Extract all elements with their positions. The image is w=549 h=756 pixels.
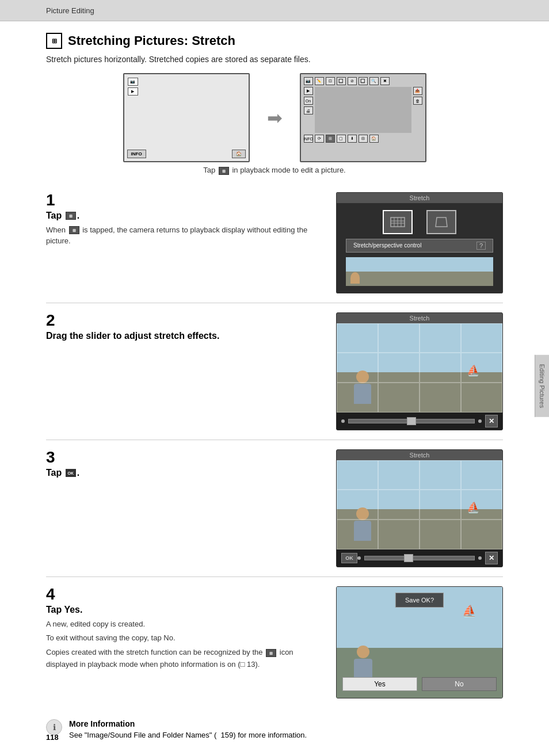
diagram-area: 📷 ▶ INFO 🏠 ➡ 📷 ✏️ ⊡ 🔲 ⊘ 🔲 🔍 ✖ (46, 73, 503, 162)
menu-bot-info: INFO (304, 135, 313, 143)
page-title: Stretching Pictures: Stretch (68, 33, 235, 48)
step-2-number: 2 (46, 312, 325, 329)
step-2-x-button[interactable]: ✕ (485, 415, 498, 427)
menu-icon-5: ⊘ (348, 77, 357, 85)
step-3-slider-row (357, 556, 482, 560)
step-3-screen: Stretch ⊞ ⛵ (336, 449, 503, 567)
save-dialog: Save OK? (395, 593, 444, 608)
step-4-number: 4 (46, 586, 325, 602)
step-4-yes: Yes (64, 605, 80, 614)
diagram-caption: Tap ⊞ in playback mode to edit a picture… (46, 166, 503, 175)
step-3-screen-body: ⊞ ⛵ (337, 460, 502, 549)
step-1-title: Tap ⊞. (46, 211, 325, 221)
menu-side-1: ▶ (304, 87, 313, 95)
step-1-screen-container: Stretch (336, 192, 503, 293)
s3-slider-track[interactable] (364, 556, 475, 560)
slider-row (341, 419, 482, 423)
step-3-x-button[interactable]: ✕ (485, 552, 498, 564)
step-3-screen-bottom: OK ✕ (337, 549, 502, 567)
step-1-inline-icon: ⊞ (69, 226, 79, 234)
step-4-screen: ⛵ Save OK? Yes No (336, 586, 503, 698)
step-1-screen: Stretch (336, 192, 503, 293)
step-1-btn-row (383, 210, 456, 234)
breadcrumb: Picture Editing (46, 6, 94, 15)
menu-icon-search: 🔍 (369, 77, 379, 85)
step-2-screen-title: Stretch (337, 313, 502, 323)
menu-side-3: 🖨 (304, 106, 313, 114)
step-1-label-bar: Stretch/perspective control ? (346, 239, 493, 253)
cam-icon-2: ▶ (128, 87, 138, 96)
step-3-number: 3 (46, 449, 325, 465)
perspective-btn[interactable] (426, 210, 456, 234)
step-4-photo: ⛵ Save OK? Yes No (337, 587, 502, 698)
more-info-text: See "Image/Sound File and Folder Names" … (69, 731, 307, 739)
step-4-screen-container: ⛵ Save OK? Yes No (336, 586, 503, 698)
menu-bot-5: ⬇ (348, 135, 357, 143)
page-title-row: ⊞ Stretching Pictures: Stretch (46, 33, 503, 49)
step-4-row: 4 Tap Yes. A new, edited copy is created… (46, 577, 503, 708)
main-content: ⊞ Stretching Pictures: Stretch Stretch p… (0, 21, 549, 751)
step-3-ok-button[interactable]: OK (341, 553, 357, 563)
cam-icon-1: 📷 (128, 78, 138, 86)
s3-dot-l (357, 556, 361, 560)
no-button[interactable]: No (422, 677, 497, 691)
arrow-right: ➡ (267, 107, 283, 129)
step-4-buttons: Yes No (342, 677, 497, 691)
header-bar: Picture Editing (0, 0, 549, 21)
menu-icon-camera: 📷 (304, 77, 313, 85)
stretch-btn[interactable] (383, 210, 413, 234)
slider-track[interactable] (348, 419, 475, 423)
step-4-desc2: To exit without saving the copy, tap No. (46, 632, 325, 644)
step-4-left: 4 Tap Yes. A new, edited copy is created… (46, 586, 325, 673)
svg-marker-6 (436, 217, 447, 227)
step-3-row: 3 Tap OK. Stretch ⊞ ⛵ (46, 440, 503, 577)
step-2-screen-body: ⊞ ⛵ (337, 323, 502, 413)
step-1-icon: ⊞ (66, 212, 76, 220)
menu-right-2: 🗑 (413, 97, 422, 105)
info-btn: INFO (127, 150, 146, 158)
menu-bot-4: ▢ (337, 135, 346, 143)
menu-right-1: 📤 (413, 87, 422, 95)
side-tab: Editing Pictures (535, 355, 549, 417)
step-1-screen-title: Stretch (337, 193, 502, 203)
yes-button[interactable]: Yes (342, 677, 417, 691)
menu-bot-6: ⊟ (359, 135, 368, 143)
more-info-content: More Information See "Image/Sound File a… (69, 719, 307, 739)
step-2-screen-container: Stretch ⊞ ⛵ (336, 312, 503, 430)
step-4-desc1: A new, edited copy is created. (46, 618, 325, 631)
menu-bot-2: ⟳ (315, 135, 324, 143)
step-3-ok-icon: OK (66, 469, 76, 477)
step-1-screen-body: Stretch/perspective control ? (337, 203, 502, 293)
menu-icon-6: 🔲 (359, 77, 368, 85)
s3-slider-thumb[interactable] (404, 554, 413, 562)
step-2-row: 2 Drag the slider to adjust stretch effe… (46, 303, 503, 440)
step-3-screen-container: Stretch ⊞ ⛵ (336, 449, 503, 567)
slider-dot-left (341, 419, 345, 423)
step-2-screen: Stretch ⊞ ⛵ (336, 312, 503, 430)
menu-icon-4: 🔲 (337, 77, 346, 85)
step-1-left: 1 Tap ⊞. When ⊞ is tapped, the camera re… (46, 192, 325, 247)
step-4-desc3: Copies created with the stretch function… (46, 647, 325, 671)
subtitle: Stretch pictures horizontally. Stretched… (46, 55, 503, 64)
title-icon: ⊞ (46, 33, 62, 49)
home-btn: 🏠 (232, 150, 246, 158)
slider-thumb[interactable] (407, 417, 416, 425)
step-1-row: 1 Tap ⊞. When ⊞ is tapped, the camera re… (46, 183, 503, 303)
cam-bottom-bar: INFO 🏠 (127, 150, 246, 158)
stretch-icon-inline: ⊞ (266, 649, 276, 657)
diagram-screen-left: 📷 ▶ INFO 🏠 (123, 73, 250, 162)
menu-bot-home: 🏠 (369, 135, 379, 143)
step-4-texts: A new, edited copy is created. To exit w… (46, 618, 325, 671)
step-3-left: 3 Tap OK. (46, 449, 325, 482)
step-1-mini-photo (346, 257, 493, 286)
step-1-question: ? (476, 242, 486, 250)
caption-icon: ⊞ (219, 167, 229, 175)
more-info-title: More Information (69, 719, 307, 728)
step-2-left: 2 Drag the slider to adjust stretch effe… (46, 312, 325, 345)
step-2-title: Drag the slider to adjust stretch effect… (46, 331, 325, 341)
grid-overlay-3 (337, 460, 502, 549)
slider-dot-right (478, 419, 482, 423)
save-ok-text: Save OK? (405, 597, 434, 604)
menu-icon-3: ⊡ (326, 77, 335, 85)
step-1-desc: When ⊞ is tapped, the camera returns to … (46, 224, 325, 247)
